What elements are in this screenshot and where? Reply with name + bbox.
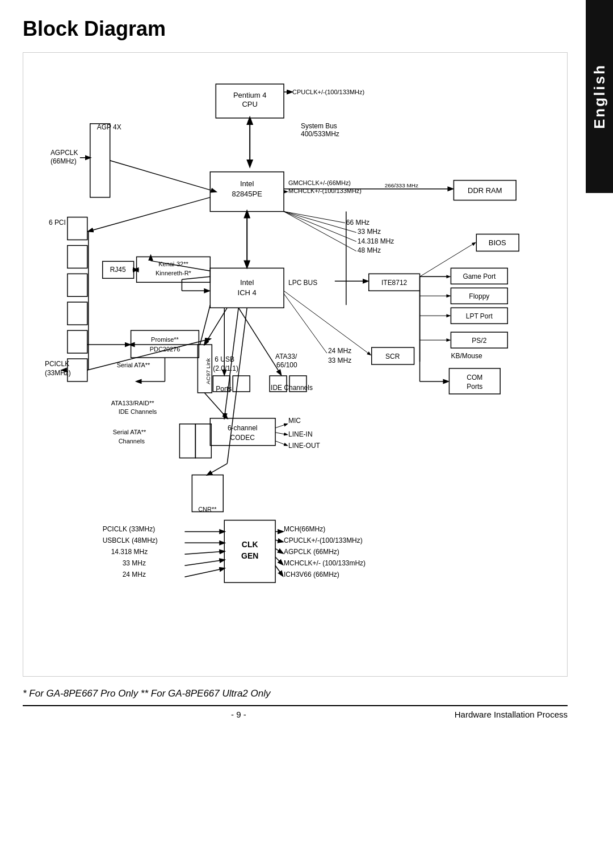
com-label: COM bbox=[467, 374, 482, 381]
svg-rect-61 bbox=[195, 424, 211, 458]
kinnereth-label: Kinnereth-R* bbox=[156, 270, 192, 276]
agp4x-label: AGP 4X bbox=[97, 123, 121, 131]
clk-mch-out-label: MCH(66MHz) bbox=[284, 525, 325, 533]
block-diagram-svg: Pentium 4 CPU CPUCLK+/-(100/133MHz) Syst… bbox=[23, 53, 567, 676]
promise-label: Promise** bbox=[151, 336, 179, 343]
intel-hub-label: Intel bbox=[240, 179, 254, 188]
intel-hub-model: 82845PE bbox=[232, 190, 262, 198]
footnote: * For GA-8PE667 Pro Only ** For GA-8PE66… bbox=[23, 688, 552, 699]
6pci-label: 6 PCI bbox=[49, 219, 66, 227]
ata133-label: ATA133/RAID** bbox=[111, 400, 155, 406]
lineout-label: LINE-OUT bbox=[288, 442, 321, 450]
cpuclk-label: CPUCLK+/-(100/133MHz) bbox=[292, 89, 364, 95]
page-title: Block Diagram bbox=[23, 17, 552, 41]
24mhz-label: 24 MHz bbox=[328, 347, 351, 355]
gameport-label: Game Port bbox=[463, 272, 496, 280]
cpu-label: CPU bbox=[242, 100, 257, 108]
linein-label: LINE-IN bbox=[288, 430, 313, 438]
svg-line-74 bbox=[284, 291, 371, 355]
svg-line-84 bbox=[184, 568, 224, 577]
svg-line-5 bbox=[110, 161, 216, 192]
clk-33mhz-in-label: 33 MHz bbox=[123, 559, 146, 567]
svg-line-73 bbox=[284, 293, 327, 353]
ite8712-label: ITE8712 bbox=[381, 279, 408, 287]
svg-line-16 bbox=[89, 198, 211, 232]
ich4-label: Intel bbox=[240, 278, 254, 287]
svg-rect-4 bbox=[90, 124, 110, 198]
svg-line-19 bbox=[284, 212, 345, 223]
sysbus-label: System Bus bbox=[301, 122, 337, 130]
clk-14mhz-in-label: 14.318 MHz bbox=[111, 548, 148, 556]
svg-line-89 bbox=[275, 557, 283, 564]
lptport-label: LPT Port bbox=[466, 312, 493, 320]
gmchclk-label: GMCHCLK+/-(66MHz) bbox=[288, 179, 351, 186]
svg-line-87 bbox=[275, 540, 283, 542]
svg-line-56 bbox=[204, 393, 227, 418]
kbmouse-label: KB/Mouse bbox=[451, 352, 482, 360]
usb-version-label: (2.0/1.1) bbox=[213, 364, 238, 372]
ddr-clk-label: 266/333 MHz bbox=[385, 182, 418, 188]
bios-label: BIOS bbox=[489, 238, 506, 247]
clk-mchclk-out-label: MCHCLK+/- (100/133mHz) bbox=[284, 559, 366, 567]
svg-rect-11 bbox=[68, 245, 87, 268]
svg-line-88 bbox=[275, 548, 283, 553]
footer-center: - 9 - bbox=[231, 710, 246, 719]
svg-line-42 bbox=[420, 242, 476, 276]
svg-line-82 bbox=[184, 551, 224, 554]
ide-channels2-label: IDE Channels bbox=[119, 408, 157, 415]
33mhz-top-label: 33 MHz bbox=[358, 228, 381, 236]
channels-label: Channels bbox=[119, 438, 145, 445]
ddr-label: DDR RAM bbox=[468, 186, 502, 195]
svg-line-83 bbox=[184, 560, 224, 565]
33mhz-bot-label: 33 MHz bbox=[328, 357, 351, 364]
sysbus-freq-label: 400/533MHz bbox=[301, 130, 339, 138]
cnr-label: CNR** bbox=[198, 506, 217, 513]
codec-label: CODEC bbox=[230, 434, 255, 442]
clk-agpclk-out-label: AGPCLK (66MHz) bbox=[284, 548, 339, 556]
svg-line-90 bbox=[275, 565, 283, 576]
svg-line-59 bbox=[275, 441, 287, 446]
pciclk-label: PCICLK bbox=[45, 360, 69, 368]
66mhz-label: 66 MHz bbox=[346, 219, 370, 227]
serial-ata-bot-label: Serial ATA** bbox=[113, 429, 146, 435]
svg-rect-60 bbox=[179, 424, 195, 458]
gen-label: GEN bbox=[241, 551, 258, 560]
clk-cpuclk-out-label: CPUCLK+/-(100/133MHz) bbox=[284, 536, 363, 544]
clk-label: CLK bbox=[242, 540, 258, 549]
agpclk-freq-label: (66MHz) bbox=[51, 157, 77, 165]
svg-rect-14 bbox=[68, 330, 87, 353]
svg-line-77 bbox=[182, 276, 210, 279]
svg-line-66 bbox=[207, 464, 227, 475]
page-footer: - 9 - Hardware Installation Process bbox=[23, 705, 568, 719]
svg-rect-12 bbox=[68, 274, 87, 296]
ps2-label: PS/2 bbox=[472, 337, 486, 345]
ich4-model: ICH 4 bbox=[238, 288, 257, 297]
serial-ata-top-label: Serial ATA** bbox=[117, 362, 150, 368]
svg-line-72 bbox=[238, 308, 281, 375]
floppy-label: Floppy bbox=[469, 292, 489, 300]
48mhz-label: 48 MHz bbox=[358, 246, 381, 254]
pentium-label: Pentium 4 bbox=[233, 91, 266, 99]
svg-line-57 bbox=[275, 424, 287, 428]
lpcbus-label: LPC BUS bbox=[288, 279, 317, 287]
ac97-label: AC97 Link bbox=[205, 358, 211, 384]
svg-line-58 bbox=[275, 433, 287, 435]
footer-right: Hardware Installation Process bbox=[455, 710, 568, 719]
ata33-label: ATA33/ bbox=[275, 353, 297, 360]
main-content: Block Diagram Pentium 4 CPU CPUCLK+/-(10… bbox=[0, 0, 586, 731]
english-tab: English bbox=[586, 0, 613, 193]
svg-rect-10 bbox=[68, 217, 87, 240]
clk-usbclk-in-label: USBCLK (48MHz) bbox=[103, 536, 158, 544]
scr-label: SCR bbox=[385, 353, 400, 360]
mic-label: MIC bbox=[288, 417, 301, 425]
diagram-area: Pentium 4 CPU CPUCLK+/-(100/133MHz) Syst… bbox=[23, 52, 568, 677]
clk-pciclk-in-label: PCICLK (33MHz) bbox=[103, 525, 155, 533]
clk-ich3v66-out-label: ICH3V66 (66MHz) bbox=[284, 571, 339, 578]
svg-rect-68 bbox=[233, 376, 250, 392]
svg-line-22 bbox=[284, 212, 356, 251]
mchclk-label: MCHCLK+/-(100/133MHz) bbox=[288, 187, 362, 194]
svg-line-21 bbox=[284, 212, 356, 242]
rj45-label: RJ45 bbox=[110, 266, 126, 274]
ports-label: Ports bbox=[467, 383, 482, 391]
pdc-label: PDC20276 bbox=[150, 346, 180, 353]
